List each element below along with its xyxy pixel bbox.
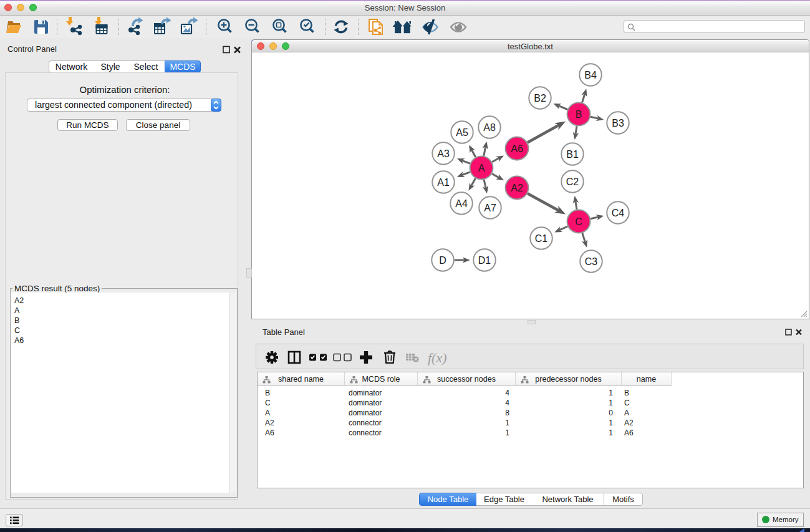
svg-text:A1: A1	[437, 177, 450, 188]
svg-text:B1: B1	[566, 149, 579, 160]
svg-text:B3: B3	[612, 118, 624, 128]
svg-text:f(x): f(x)	[428, 350, 447, 365]
svg-text:A: A	[478, 163, 485, 173]
svg-text:B: B	[576, 109, 582, 120]
svg-text:A7: A7	[484, 203, 496, 213]
svg-text:C4: C4	[612, 208, 625, 218]
svg-text:C3: C3	[585, 256, 598, 267]
svg-text:A3: A3	[437, 148, 450, 159]
svg-text:B4: B4	[584, 70, 597, 80]
svg-text:A4: A4	[455, 198, 468, 209]
svg-text:C1: C1	[535, 233, 548, 244]
svg-text:C2: C2	[566, 177, 579, 187]
svg-text:B2: B2	[534, 93, 546, 104]
svg-text:A2: A2	[511, 183, 523, 193]
svg-text:D1: D1	[478, 255, 491, 266]
svg-text:A6: A6	[511, 143, 523, 154]
svg-text:A5: A5	[456, 127, 468, 138]
svg-text:C: C	[575, 216, 582, 227]
svg-text:A8: A8	[483, 122, 496, 133]
svg-text:D: D	[439, 255, 446, 266]
